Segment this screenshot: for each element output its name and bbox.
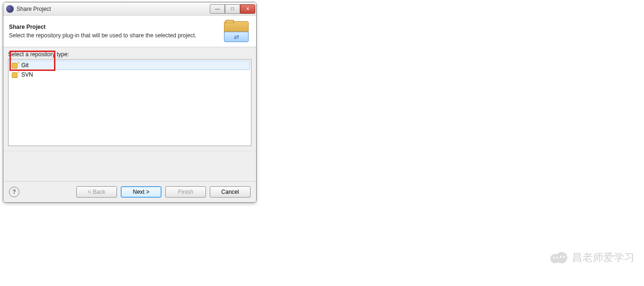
watermark: 昌老师爱学习 [550, 249, 635, 266]
wizard-banner-icon: ⇄ [222, 20, 250, 42]
app-icon [6, 5, 14, 13]
repo-icon [12, 71, 19, 78]
wizard-title: Share Project [9, 24, 217, 30]
wizard-content: Select a repository type: Git SVN [3, 47, 256, 151]
repo-type-list[interactable]: Git SVN [8, 59, 251, 146]
repo-item-label: Git [21, 62, 28, 69]
repo-type-item-svn[interactable]: SVN [9, 70, 250, 79]
help-icon: ? [12, 189, 16, 195]
titlebar[interactable]: Share Project — □ ✕ [3, 2, 256, 16]
finish-button[interactable]: Finish [165, 186, 206, 198]
wizard-header: Share Project Select the repository plug… [3, 16, 256, 47]
wizard-description: Select the repository plug-in that will … [9, 32, 217, 39]
repo-type-item-git[interactable]: Git [9, 61, 250, 70]
repo-item-label: SVN [21, 71, 33, 78]
back-button[interactable]: < Back [76, 186, 117, 198]
maximize-button[interactable]: □ [225, 4, 240, 14]
wizard-header-text: Share Project Select the repository plug… [9, 24, 217, 39]
help-button[interactable]: ? [9, 187, 19, 197]
close-button[interactable]: ✕ [240, 4, 255, 14]
minimize-button[interactable]: — [210, 4, 225, 14]
cancel-button[interactable]: Cancel [210, 186, 250, 198]
wizard-window: Share Project — □ ✕ Share Project Select… [3, 2, 257, 203]
window-title: Share Project [17, 6, 210, 12]
repo-type-label: Select a repository type: [8, 51, 251, 58]
watermark-text: 昌老师爱学习 [572, 251, 635, 265]
wizard-footer: ? < Back Next > Finish Cancel [3, 181, 256, 202]
wechat-icon [550, 249, 567, 266]
wizard-spacer [3, 151, 256, 181]
share-arrows-icon: ⇄ [224, 32, 249, 42]
next-button[interactable]: Next > [121, 186, 161, 198]
repo-icon [12, 62, 19, 69]
window-controls: — □ ✕ [210, 4, 255, 14]
